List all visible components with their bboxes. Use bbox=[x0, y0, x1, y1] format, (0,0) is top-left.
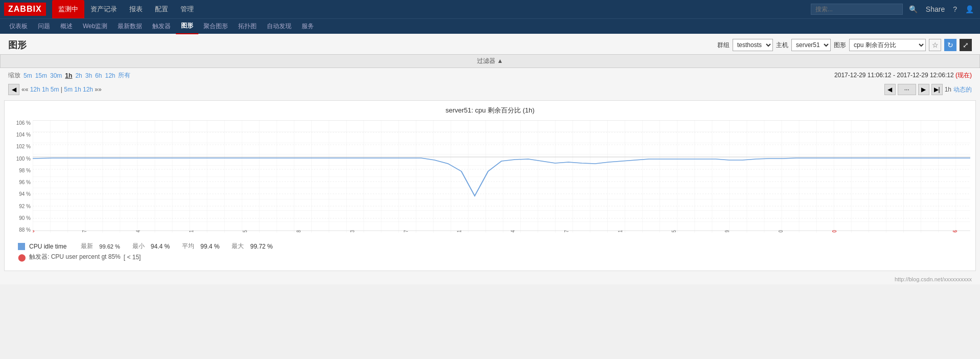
nav-12h-fwd[interactable]: 12h bbox=[83, 86, 93, 93]
svg-text:11:14: 11:14 bbox=[135, 230, 141, 233]
chart-y-axis: 106 % 104 % 102 % 100 % 98 % 96 % 94 % 9… bbox=[10, 120, 33, 233]
zoom-6h[interactable]: 6h bbox=[95, 72, 102, 79]
refresh-btn[interactable]: ↻ bbox=[944, 39, 956, 51]
zoom-label: 缩放 bbox=[8, 71, 20, 80]
svg-text:11:55: 11:55 bbox=[671, 230, 677, 233]
nav-topology[interactable]: 拓扑图 bbox=[233, 19, 262, 34]
nav-admin[interactable]: 管理 bbox=[174, 0, 200, 18]
top-nav-items: 监测中 资产记录 报表 配置 管理 bbox=[52, 0, 811, 18]
svg-text:11:21: 11:21 bbox=[189, 230, 194, 233]
nav-5m-fwd[interactable]: 5m bbox=[64, 86, 73, 93]
graph-label: 图形 bbox=[834, 41, 846, 50]
chart-container: server51: cpu 剩余百分比 (1h) 106 % 104 % 102… bbox=[4, 100, 976, 271]
zoom-1h[interactable]: 1h bbox=[65, 72, 72, 79]
svg-text:11:07: 11:07 bbox=[82, 230, 87, 233]
period-label: 1h bbox=[945, 86, 951, 93]
max-value: 99.72 % bbox=[250, 243, 272, 250]
zoom-5m[interactable]: 5m bbox=[24, 72, 32, 79]
nav-prev-page[interactable]: ◀ bbox=[884, 84, 896, 95]
svg-text:11:59: 11:59 bbox=[724, 230, 730, 233]
cpu-idle-label: CPU idle time bbox=[29, 243, 66, 250]
top-nav: ZABBIX 监测中 资产记录 报表 配置 管理 🔍 Share ? 👤 bbox=[0, 0, 980, 18]
share-label[interactable]: Share bbox=[924, 4, 947, 14]
nav-row: ◀ «« 12h 1h 5m | 5m 1h 12h »» ◀ ··· ▶ bbox=[0, 83, 980, 98]
prev-btn[interactable]: ◀ bbox=[8, 84, 19, 95]
svg-text:11:41: 11:41 bbox=[457, 230, 462, 233]
nav-reports[interactable]: 报表 bbox=[123, 0, 149, 18]
nav-rr: »» bbox=[95, 86, 101, 93]
trigger-icon: ⬤ bbox=[18, 253, 26, 261]
legend-trigger: ⬤ 触发器: CPU user percent gt 85% [ < 15] bbox=[18, 253, 962, 261]
nav-next-page[interactable]: ▶ bbox=[918, 84, 929, 95]
zoom-2h[interactable]: 2h bbox=[75, 72, 82, 79]
nav-triggers[interactable]: 触发器 bbox=[147, 19, 176, 34]
nav-latest[interactable]: 最新数据 bbox=[112, 19, 147, 34]
min-value: 94.4 % bbox=[151, 243, 170, 250]
trigger-label: 触发器: CPU user percent gt 85% bbox=[29, 253, 121, 261]
expand-btn[interactable]: ⤢ bbox=[960, 39, 972, 51]
group-select[interactable]: testhosts bbox=[733, 39, 773, 51]
avg-label: 平均 bbox=[182, 242, 194, 251]
filter-toggle-btn[interactable]: 过滤器 ▲ bbox=[477, 57, 503, 65]
zoom-controls: 缩放 5m 15m 30m 1h 2h 3h 6h 12h 所有 bbox=[8, 71, 130, 80]
logo: ZABBIX bbox=[4, 3, 46, 16]
svg-rect-0 bbox=[33, 120, 970, 233]
nav-last-page[interactable]: ▶| bbox=[931, 84, 943, 95]
page-header: 图形 群组 testhosts 主机 server51 图形 cpu 剩余百分比… bbox=[0, 34, 980, 54]
svg-text:12-29 11:00: 12-29 11:00 bbox=[33, 230, 35, 233]
svg-text:12:00: 12:00 bbox=[832, 230, 837, 233]
nav-1h-back[interactable]: 1h bbox=[42, 86, 49, 93]
nav-assets[interactable]: 资产记录 bbox=[84, 0, 123, 18]
group-label: 群组 bbox=[717, 41, 730, 50]
avg-value: 99.4 % bbox=[200, 243, 219, 250]
nav-dots[interactable]: ··· bbox=[898, 84, 916, 95]
chart-wrap: 106 % 104 % 102 % 100 % 98 % 96 % 94 % 9… bbox=[10, 120, 970, 233]
time-controls: 缩放 5m 15m 30m 1h 2h 3h 6h 12h 所有 2017-12… bbox=[0, 68, 980, 83]
nav-monitoring[interactable]: 监测中 bbox=[52, 0, 84, 18]
svg-text:12:00: 12:00 bbox=[778, 230, 784, 233]
time-suffix: (现在) bbox=[955, 72, 972, 79]
search-input[interactable] bbox=[811, 4, 903, 15]
zoom-12h[interactable]: 12h bbox=[105, 72, 115, 79]
nav-12h-back[interactable]: 12h bbox=[30, 86, 40, 93]
nav-problems[interactable]: 问题 bbox=[33, 19, 55, 34]
graph-select[interactable]: cpu 剩余百分比 bbox=[849, 39, 926, 51]
nav-graphs[interactable]: 图形 bbox=[176, 19, 198, 34]
top-nav-right: 🔍 Share ? 👤 bbox=[811, 4, 976, 15]
zoom-3h[interactable]: 3h bbox=[85, 72, 92, 79]
zoom-15m[interactable]: 15m bbox=[35, 72, 47, 79]
nav-config[interactable]: 配置 bbox=[149, 0, 174, 18]
second-nav: 仪表板 问题 概述 Web监测 最新数据 触发器 图形 聚合图形 拓扑图 自动发… bbox=[0, 18, 980, 34]
nav-1h-fwd[interactable]: 1h bbox=[74, 86, 81, 93]
nav-services[interactable]: 服务 bbox=[297, 19, 319, 34]
svg-text:11:44: 11:44 bbox=[510, 230, 516, 233]
latest-value: 99.62 % bbox=[99, 243, 120, 250]
page-title: 图形 bbox=[8, 39, 27, 51]
svg-text:11:51: 11:51 bbox=[618, 230, 623, 233]
nav-dashboard[interactable]: 仪表板 bbox=[4, 19, 33, 34]
dynamic-link[interactable]: 动态的 bbox=[953, 85, 972, 94]
user-icon[interactable]: 👤 bbox=[963, 4, 976, 14]
svg-text:11:37: 11:37 bbox=[403, 230, 409, 233]
nav-left: ◀ «« 12h 1h 5m | 5m 1h 12h »» bbox=[8, 84, 102, 95]
legend-cpu-idle: CPU idle time 最新 99.62 % 最小 94.4 % 平均 99… bbox=[18, 242, 962, 251]
host-select[interactable]: server51 bbox=[791, 39, 831, 51]
svg-text:12-29 12:06: 12-29 12:06 bbox=[952, 230, 958, 233]
svg-text:11:47: 11:47 bbox=[564, 230, 569, 233]
time-start: 2017-12-29 11:06:12 bbox=[834, 72, 891, 79]
nav-discovery[interactable]: 自动发现 bbox=[262, 19, 297, 34]
cpu-idle-color bbox=[18, 243, 25, 250]
favorite-btn[interactable]: ☆ bbox=[929, 39, 941, 51]
nav-5m-back[interactable]: 5m bbox=[51, 86, 59, 93]
latest-label: 最新 bbox=[81, 242, 93, 251]
chart-title: server51: cpu 剩余百分比 (1h) bbox=[10, 106, 970, 115]
search-icon[interactable]: 🔍 bbox=[907, 4, 920, 14]
nav-aggregate[interactable]: 聚合图形 bbox=[198, 19, 233, 34]
max-label: 最大 bbox=[232, 242, 244, 251]
nav-overview[interactable]: 概述 bbox=[55, 19, 78, 34]
nav-web[interactable]: Web监测 bbox=[78, 19, 112, 34]
zoom-all[interactable]: 所有 bbox=[118, 71, 130, 80]
zoom-30m[interactable]: 30m bbox=[50, 72, 62, 79]
time-end: 2017-12-29 12:06:12 bbox=[897, 72, 953, 79]
help-icon[interactable]: ? bbox=[951, 4, 959, 14]
